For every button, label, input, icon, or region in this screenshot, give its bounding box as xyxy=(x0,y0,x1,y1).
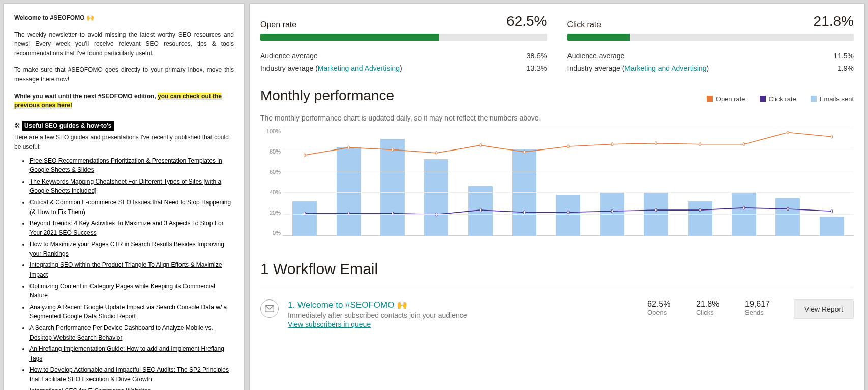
guides-section-header: 🛠 Useful SEO guides & how-to's xyxy=(14,117,234,131)
guide-link[interactable]: A Search Performance Per Device Dashboar… xyxy=(29,324,213,341)
open-rate-value: 62.5% xyxy=(506,13,547,29)
workflow-email-name[interactable]: 1. Welcome to #SEOFOMO 🙌 xyxy=(288,299,638,310)
svg-point-21 xyxy=(655,208,657,212)
list-item: A Search Performance Per Device Dashboar… xyxy=(29,323,234,342)
open-industry-row: Industry average (Marketing and Advertis… xyxy=(260,62,547,74)
click-rate-label: Click rate xyxy=(567,20,602,29)
svg-point-13 xyxy=(304,212,306,215)
guide-link[interactable]: An Hreflang Implementation Guide: How to… xyxy=(29,345,224,362)
open-rate-label: Open rate xyxy=(260,20,296,29)
svg-point-23 xyxy=(743,206,745,209)
legend-click: Click rate xyxy=(760,95,796,103)
open-ind-value: 13.3% xyxy=(527,64,547,72)
workflow-email-row: 1. Welcome to #SEOFOMO 🙌 Immediately aft… xyxy=(260,288,854,328)
svg-point-8 xyxy=(655,141,657,145)
open-aud-value: 38.6% xyxy=(527,52,547,60)
click-aud-label: Audience average xyxy=(567,52,625,60)
list-item: International SEO for E-Commerce Website… xyxy=(29,386,234,390)
svg-point-0 xyxy=(304,154,306,157)
tools-icon: 🛠 xyxy=(14,121,20,131)
click-industry-row: Industry average (Marketing and Advertis… xyxy=(567,62,854,74)
list-item: Free SEO Recommendations Prioritization … xyxy=(29,156,234,175)
guide-link[interactable]: Integrating SEO within the Product Trian… xyxy=(29,261,222,278)
click-rate-metric: Click rate 21.8% Audience average 11.5% … xyxy=(567,13,854,74)
list-item: The Keywords Mapping Cheatsheet For Diff… xyxy=(29,177,234,196)
workflow-email-desc: Immediately after subscribed contacts jo… xyxy=(288,311,638,319)
analytics-panel: Open rate 62.5% Audience average 38.6% I… xyxy=(249,3,865,390)
workflow-section-title: 1 Workflow Email xyxy=(260,260,854,278)
view-report-button[interactable]: View Report xyxy=(794,299,854,319)
industry-link[interactable]: Marketing and Advertising xyxy=(318,64,400,72)
industry-link[interactable]: Marketing and Advertising xyxy=(624,64,706,72)
open-ind-label: Industry average (Marketing and Advertis… xyxy=(260,64,402,72)
view-subscribers-link[interactable]: View subscribers in queue xyxy=(288,320,371,328)
click-ind-value: 1.9% xyxy=(837,64,854,72)
click-rate-progress xyxy=(567,34,854,41)
stat-clicks: 21.8% Clicks xyxy=(696,299,736,316)
svg-point-15 xyxy=(392,212,394,215)
svg-point-3 xyxy=(436,151,438,155)
svg-point-9 xyxy=(699,142,701,146)
open-rate-metric: Open rate 62.5% Audience average 38.6% I… xyxy=(260,13,547,74)
wait-line: While you wait until the next #SEOFOMO e… xyxy=(14,92,234,110)
svg-point-12 xyxy=(831,135,833,139)
guide-link[interactable]: Beyond Trends: 4 Key Activities To Maxim… xyxy=(29,220,224,236)
svg-point-17 xyxy=(480,208,482,212)
guide-link[interactable]: How to Develop Actionable and Impactful … xyxy=(29,366,229,383)
list-item: How to Develop Actionable and Impactful … xyxy=(29,365,234,384)
chart-plot-area xyxy=(283,128,854,236)
mail-icon xyxy=(260,299,279,318)
guides-section-label: Useful SEO guides & how-to's xyxy=(22,121,114,131)
list-item: Critical & Common E-commerce SEO Issues … xyxy=(29,198,234,217)
guides-list: Free SEO Recommendations Prioritization … xyxy=(29,156,234,390)
newsletter-intro: The weekly newsletter to avoid missing t… xyxy=(14,30,234,58)
monthly-performance-chart: 100%80%60%40%20%0% xyxy=(260,128,854,245)
guide-link[interactable]: International SEO for E-Commerce Website… xyxy=(29,387,151,390)
svg-point-22 xyxy=(699,208,701,212)
list-item: Beyond Trends: 4 Key Activities To Maxim… xyxy=(29,219,234,237)
click-aud-value: 11.5% xyxy=(833,52,854,60)
open-rate-progress xyxy=(260,34,547,41)
guide-link[interactable]: The Keywords Mapping Cheatsheet For Diff… xyxy=(29,178,221,195)
inbox-note: To make sure that #SEOFOMO goes directly… xyxy=(14,65,234,84)
guide-link[interactable]: Analyzing A Recent Google Update Impact … xyxy=(29,304,227,320)
wait-prefix: While you wait until the next #SEOFOMO e… xyxy=(14,93,158,100)
guides-intro: Here are a few SEO guides and presentati… xyxy=(14,133,234,152)
click-audience-row: Audience average 11.5% xyxy=(567,50,854,62)
stat-sends: 19,617 Sends xyxy=(745,299,785,316)
chart-legend: Open rate Click rate Emails sent xyxy=(707,95,854,103)
svg-point-4 xyxy=(480,144,482,147)
metrics-row: Open rate 62.5% Audience average 38.6% I… xyxy=(260,13,854,74)
list-item: An Hreflang Implementation Guide: How to… xyxy=(29,344,234,363)
monthly-performance-title: Monthly performance xyxy=(260,87,394,104)
open-aud-label: Audience average xyxy=(260,52,318,60)
svg-point-7 xyxy=(611,142,613,146)
list-item: How to Maximize your Pages CTR in Search… xyxy=(29,239,234,258)
newsletter-preview-panel: Welcome to #SEOFOMO 🙌 The weekly newslet… xyxy=(3,3,245,390)
svg-point-20 xyxy=(611,209,613,213)
svg-point-11 xyxy=(787,131,789,134)
list-item: Integrating SEO within the Product Trian… xyxy=(29,260,234,279)
y-axis-labels: 100%80%60%40%20%0% xyxy=(260,128,281,236)
svg-point-25 xyxy=(831,209,833,213)
svg-point-24 xyxy=(787,207,789,211)
click-ind-label: Industry average (Marketing and Advertis… xyxy=(567,64,709,72)
legend-sent: Emails sent xyxy=(811,95,854,103)
guide-link[interactable]: Free SEO Recommendations Prioritization … xyxy=(29,157,222,174)
list-item: Optimizing Content in Category Pages whi… xyxy=(29,282,234,301)
guide-link[interactable]: How to Maximize your Pages CTR in Search… xyxy=(29,241,224,257)
click-rate-value: 21.8% xyxy=(814,13,854,29)
svg-point-6 xyxy=(567,145,570,148)
svg-point-5 xyxy=(523,150,525,154)
workflow-main: 1. Welcome to #SEOFOMO 🙌 Immediately aft… xyxy=(288,299,638,328)
newsletter-title: Welcome to #SEOFOMO 🙌 xyxy=(14,13,234,23)
svg-point-10 xyxy=(743,142,745,146)
svg-point-14 xyxy=(348,212,350,215)
guide-link[interactable]: Critical & Common E-commerce SEO Issues … xyxy=(29,199,231,216)
chart-subnote: The monthly performance chart is updated… xyxy=(260,114,854,122)
open-audience-row: Audience average 38.6% xyxy=(260,50,547,62)
guide-link[interactable]: Optimizing Content in Category Pages whi… xyxy=(29,283,215,299)
legend-open: Open rate xyxy=(707,95,745,103)
stat-opens: 62.5% Opens xyxy=(647,299,687,316)
list-item: Analyzing A Recent Google Update Impact … xyxy=(29,303,234,321)
